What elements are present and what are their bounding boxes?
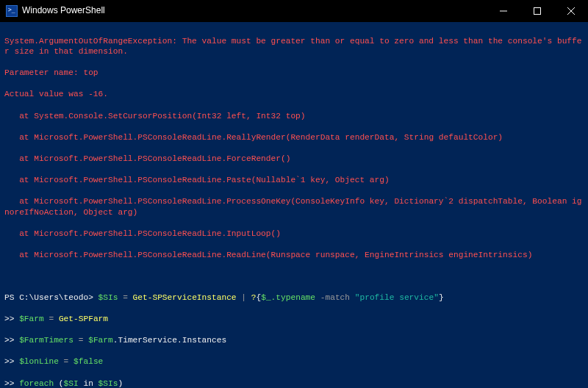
command-line: PS C:\Users\teodo> $SIs = Get-SPServiceI… (4, 292, 584, 303)
maximize-button[interactable] (520, 0, 554, 22)
svg-rect-1 (534, 8, 541, 15)
terminal-output[interactable]: System.ArgumentOutOfRangeException: The … (0, 22, 588, 388)
stack-trace-line: at Microsoft.PowerShell.PSConsoleReadLin… (4, 132, 584, 143)
window-title: Windows PowerShell (22, 5, 105, 17)
command-line: >> $FarmTimers = $Farm.TimerService.Inst… (4, 335, 584, 346)
stack-trace-line: at Microsoft.PowerShell.PSConsoleReadLin… (4, 175, 584, 186)
close-button[interactable] (554, 0, 588, 22)
ps-prompt: PS C:\Users\teodo> (4, 293, 98, 302)
stack-trace-line: at Microsoft.PowerShell.PSConsoleReadLin… (4, 196, 584, 218)
error-line: System.ArgumentOutOfRangeException: The … (4, 36, 584, 57)
stack-trace-line: at System.Console.SetCursorPosition(Int3… (4, 111, 584, 122)
stack-trace-line: at Microsoft.PowerShell.PSConsoleReadLin… (4, 154, 584, 165)
error-line: Actual value was -16. (4, 89, 584, 100)
titlebar: Windows PowerShell (0, 0, 588, 22)
command-line: >> $Farm = Get-SPFarm (4, 314, 584, 325)
minimize-button[interactable] (487, 0, 520, 22)
command-line: >> foreach ($SI in $SIs) (4, 378, 584, 388)
error-line: Parameter name: top (4, 68, 584, 79)
blank-line (4, 271, 584, 282)
stack-trace-line: at Microsoft.PowerShell.PSConsoleReadLin… (4, 250, 584, 261)
stack-trace-line: at Microsoft.PowerShell.PSConsoleReadLin… (4, 229, 584, 240)
command-line: >> $lonLine = $false (4, 356, 584, 367)
powershell-icon (6, 5, 18, 17)
